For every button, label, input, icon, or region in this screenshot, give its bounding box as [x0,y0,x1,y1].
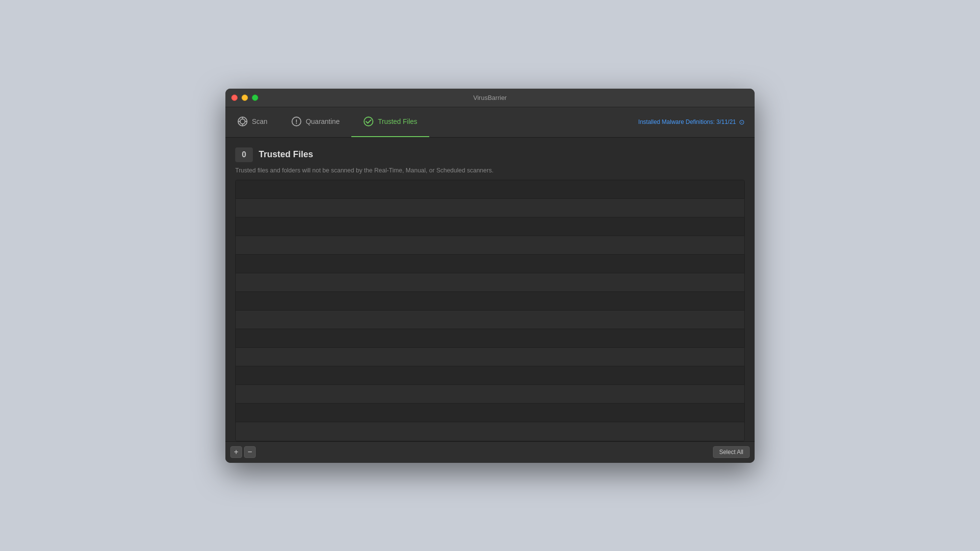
svg-point-1 [240,119,245,124]
tab-quarantine-label: Quarantine [306,118,340,125]
file-row[interactable] [236,292,744,311]
malware-definitions-label: Installed Malware Definitions: 3/11/21 [638,119,736,125]
minimize-button[interactable] [242,95,248,101]
trusted-files-count: 0 [235,147,253,162]
section-title: Trusted Files [259,149,313,160]
file-row[interactable] [236,422,744,441]
toolbar: Scan ! Quarantine Trusted Files [225,107,755,138]
tab-scan[interactable]: Scan [225,107,279,137]
maximize-button[interactable] [252,95,258,101]
file-row[interactable] [236,329,744,348]
add-button[interactable]: + [230,446,242,458]
window-title: VirusBarrier [473,94,507,101]
file-row[interactable] [236,366,744,385]
tab-trusted-files[interactable]: Trusted Files [351,107,429,137]
tab-trusted-files-label: Trusted Files [378,118,417,125]
file-row[interactable] [236,255,744,273]
file-row[interactable] [236,273,744,292]
svg-point-8 [364,117,373,126]
malware-update-icon: ⊙ [739,118,745,126]
section-description: Trusted files and folders will not be sc… [235,167,745,174]
trusted-files-icon [363,116,374,127]
tab-scan-label: Scan [252,118,268,125]
file-row[interactable] [236,217,744,236]
file-row[interactable] [236,199,744,217]
svg-text:!: ! [295,118,297,125]
file-row[interactable] [236,180,744,199]
bottom-left-actions: + − [230,446,256,458]
select-all-button[interactable]: Select All [713,446,750,458]
file-row[interactable] [236,385,744,404]
tab-quarantine[interactable]: ! Quarantine [279,107,351,137]
traffic-lights [231,95,258,101]
titlebar: VirusBarrier [225,89,755,107]
file-row[interactable] [236,404,744,422]
malware-definitions[interactable]: Installed Malware Definitions: 3/11/21 ⊙ [638,107,755,137]
file-row[interactable] [236,311,744,329]
bottom-toolbar: + − Select All [225,441,755,463]
remove-button[interactable]: − [244,446,256,458]
file-row[interactable] [236,348,744,366]
app-window: VirusBarrier Scan ! [225,89,755,463]
content-header: 0 Trusted Files [235,147,745,162]
file-list [235,180,745,441]
quarantine-icon: ! [291,116,302,127]
close-button[interactable] [231,95,238,101]
tab-bar: Scan ! Quarantine Trusted Files [225,107,429,137]
file-row[interactable] [236,236,744,255]
scan-icon [237,116,248,127]
content-area: 0 Trusted Files Trusted files and folder… [225,138,755,441]
